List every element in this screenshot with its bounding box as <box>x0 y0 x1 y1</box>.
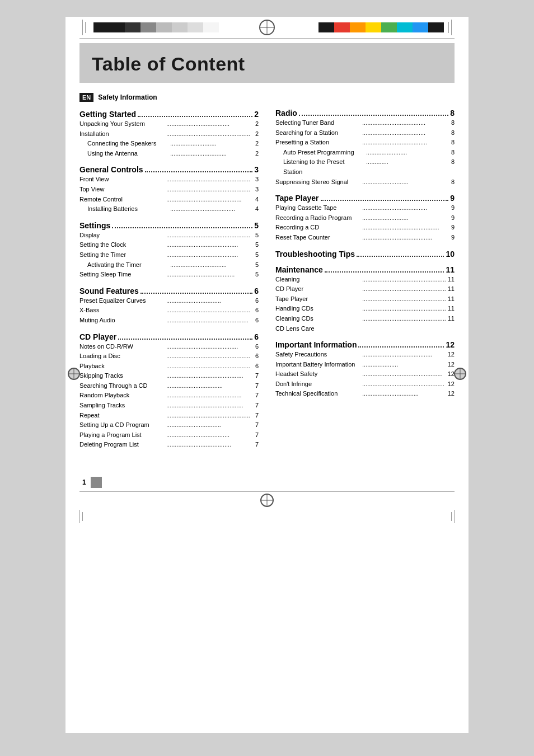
page-bottom: 1 <box>65 473 469 491</box>
toc-item: Setting Up a CD Program ................… <box>79 420 259 430</box>
title-section: Table of Content <box>79 43 455 83</box>
page: Table of Content EN Safety Information G… <box>65 17 469 733</box>
header-label: Important Information <box>275 340 357 349</box>
toc-item: Cleaning ...............................… <box>275 275 455 285</box>
toc-item: Cleaning CDs ...........................… <box>275 314 455 324</box>
header-label: Tape Player <box>275 194 319 203</box>
toc-item: Setting the Clock ......................… <box>79 240 259 250</box>
toc-item: Searching for a Station ................… <box>275 128 455 138</box>
header-page: 6 <box>254 287 259 295</box>
safety-info-label: Safety Information <box>98 93 157 101</box>
rblock-2 <box>334 22 350 32</box>
section-header-general-controls: General Controls 3 <box>79 165 259 174</box>
toc-item: Tape Player ............................… <box>275 294 455 304</box>
toc-item: X-Bass .................................… <box>79 306 259 316</box>
block-8 <box>203 22 219 32</box>
right-crosshair <box>454 368 466 382</box>
header-page: 2 <box>254 110 259 119</box>
header-label: CD Player <box>79 332 116 341</box>
rblock-5 <box>381 22 397 32</box>
header-page: 5 <box>254 221 259 230</box>
section-header-settings: Settings 5 <box>79 221 259 230</box>
bottom-lines <box>65 509 469 528</box>
content-area: EN Safety Information Getting Started 2 … <box>65 83 469 468</box>
left-color-blocks <box>82 17 219 38</box>
page-number: 1 <box>82 478 86 486</box>
toc-item: Repeat .................................… <box>79 411 259 421</box>
rblock-7 <box>413 22 428 32</box>
toc-item: Unpacking Your System ..................… <box>79 119 259 129</box>
toc-item: Suppressing Stereo Signal ..............… <box>275 177 455 187</box>
bottom-crosshair <box>260 494 274 507</box>
toc-item: Recording a Radio Program ..............… <box>275 213 455 223</box>
block-4 <box>140 22 156 32</box>
toc-item: Technical Specification ................… <box>275 389 455 399</box>
header-page: 6 <box>254 332 259 341</box>
section-header-troubleshooting: Troubleshooting Tips 10 <box>275 250 455 259</box>
rblock-3 <box>350 22 366 32</box>
section-header-cd-player: CD Player 6 <box>79 332 259 341</box>
header-label: Settings <box>79 221 110 230</box>
section-header-tape-player: Tape Player 9 <box>275 194 455 203</box>
toc-item: Loading a Disc .........................… <box>79 351 259 361</box>
top-line <box>79 38 455 39</box>
rblock-1 <box>318 22 334 32</box>
header-label: Maintenance <box>275 265 323 274</box>
toc-item: Handling CDs ...........................… <box>275 304 455 314</box>
toc-item: Headset Safety .........................… <box>275 369 455 379</box>
language-badge: EN <box>79 93 93 102</box>
right-blocks <box>318 22 444 32</box>
rblock-8 <box>428 22 444 32</box>
section-settings: Settings 5 Display .....................… <box>79 221 259 280</box>
block-5 <box>156 22 172 32</box>
section-general-controls: General Controls 3 Front View ..........… <box>79 165 259 214</box>
toc-item: Installation ...........................… <box>79 129 259 139</box>
header-page: 11 <box>446 265 455 274</box>
section-troubleshooting: Troubleshooting Tips 10 <box>275 250 455 259</box>
header-label: Sound Features <box>79 287 139 295</box>
block-2 <box>109 22 125 32</box>
toc-item: Safety Precautions .....................… <box>275 350 455 360</box>
section-tape-player: Tape Player 9 Playing Cassette Tape ....… <box>275 194 455 242</box>
toc-item: Playback ...............................… <box>79 361 259 372</box>
section-maintenance: Maintenance 11 Cleaning ................… <box>275 265 455 334</box>
toc-item: Searching Through a CD .................… <box>79 381 259 391</box>
toc-item: Notes on CD-R/RW .......................… <box>79 342 259 352</box>
left-crosshair <box>68 368 80 382</box>
header-page: 9 <box>450 194 455 203</box>
section-header-sound-features: Sound Features 6 <box>79 287 259 295</box>
toc-item: Setting Sleep Time .....................… <box>79 270 259 280</box>
header-page: 8 <box>450 109 455 118</box>
section-header-getting-started: Getting Started 2 <box>79 110 259 119</box>
section-header-radio: Radio 8 <box>275 109 455 118</box>
right-column: Radio 8 Selecting Tuner Band ...........… <box>270 88 455 457</box>
bottom-center-mark <box>65 492 469 509</box>
header-page: 10 <box>446 250 455 259</box>
toc-item: Top View ...............................… <box>79 185 259 195</box>
toc-item: Playing Cassette Tape ..................… <box>275 203 455 213</box>
top-bar <box>65 17 469 38</box>
toc-item: Display ................................… <box>79 231 259 241</box>
toc-item: Muting Audio ...........................… <box>79 316 259 326</box>
toc-item: Using the Antenna ......................… <box>79 149 259 159</box>
header-label: General Controls <box>79 165 143 174</box>
section-important-info: Important Information 12 Safety Precauti… <box>275 340 455 399</box>
toc-item: Important Battery Information ..........… <box>275 360 455 370</box>
toc-item: Deleting Program List ..................… <box>79 440 259 450</box>
header-label: Radio <box>275 109 297 118</box>
toc-item: Don't Infringe .........................… <box>275 379 455 389</box>
toc-item: Activating the Timer ...................… <box>79 260 259 270</box>
toc-item: Presetting a Station ...................… <box>275 138 455 148</box>
section-cd-player: CD Player 6 Notes on CD-R/RW ...........… <box>79 332 259 450</box>
toc-item: Selecting Tuner Band ...................… <box>275 118 455 128</box>
toc-item: Setting the Timer ......................… <box>79 250 259 260</box>
page-number-box <box>91 477 102 488</box>
block-6 <box>172 22 188 32</box>
toc-item: Sampling Tracks ........................… <box>79 401 259 411</box>
toc-item: Skipping Tracks ........................… <box>79 371 259 381</box>
toc-item: Preset Equalizer Curves ................… <box>79 296 259 306</box>
rblock-4 <box>366 22 381 32</box>
section-radio: Radio 8 Selecting Tuner Band ...........… <box>275 109 455 187</box>
header-label: Getting Started <box>79 110 136 119</box>
block-7 <box>188 22 203 32</box>
